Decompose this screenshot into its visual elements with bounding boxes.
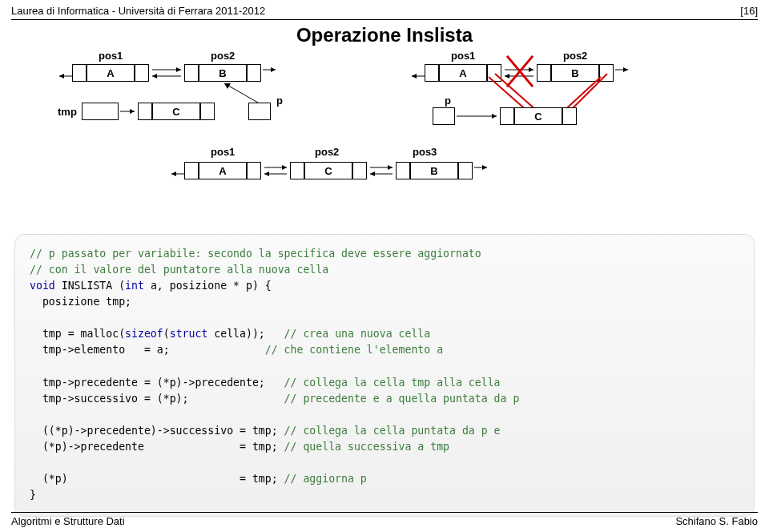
label-pos1: pos1: [99, 50, 123, 62]
svg-marker-31: [264, 171, 269, 176]
svg-marker-35: [370, 171, 375, 176]
code-text: INSLISTA (: [55, 280, 125, 292]
code-text: tmp->elemento = a;: [30, 344, 265, 356]
arrow-right: [261, 64, 279, 82]
arrow-left: [168, 162, 186, 179]
code-text: tmp = malloc(: [30, 328, 125, 340]
footer-rule: [11, 512, 758, 513]
label-pos2: pos2: [315, 146, 339, 158]
code-comment: // collega la cella tmp alla cella: [284, 377, 501, 389]
code-text: cella));: [207, 328, 284, 340]
node-c: C: [152, 103, 200, 120]
svg-marker-27: [171, 171, 176, 176]
node-wing: [200, 103, 215, 120]
node-wing: [396, 162, 410, 179]
node-a: A: [87, 64, 135, 82]
code-text: ((*p)->precedente)->successivo = tmp;: [30, 425, 284, 437]
node-c: C: [514, 107, 562, 125]
node-b: B: [199, 64, 247, 82]
code-comment: // crea una nuova cella: [284, 328, 431, 340]
svg-marker-1: [176, 67, 181, 72]
arrow-left: [56, 64, 74, 82]
code-comment: // quella successiva a tmp: [284, 441, 449, 453]
p-box: [433, 107, 455, 125]
svg-marker-3: [152, 74, 157, 79]
label-pos2: pos2: [563, 50, 587, 62]
node-wing: [247, 64, 261, 82]
svg-marker-33: [388, 165, 393, 170]
code-kw: struct: [170, 328, 208, 340]
svg-marker-17: [412, 74, 417, 79]
svg-marker-5: [59, 74, 64, 79]
arrow-double: [261, 162, 290, 179]
node-wing: [184, 64, 199, 82]
node-c: C: [304, 162, 352, 179]
code-comment: // precedente e a quella puntata da p: [284, 393, 520, 405]
code-comment: // che contiene l'elemento a: [265, 344, 443, 356]
arrow-right: [455, 107, 500, 125]
arrow-double: [367, 162, 396, 179]
arrow-left: [409, 64, 426, 82]
page-title: Operazione Inslista: [0, 24, 769, 46]
code-text: a, posizione * p) {: [144, 280, 272, 292]
label-tmp: tmp: [58, 106, 77, 118]
label-pos2: pos2: [211, 50, 235, 62]
node-wing: [247, 162, 261, 179]
code-line: // con il valore del puntatore alla nuov…: [30, 264, 328, 276]
code-text: (*p)->precedente = tmp;: [30, 441, 284, 453]
code-comment: // aggiorna p: [284, 473, 367, 485]
footer-right: Schifano S. Fabio: [675, 515, 758, 527]
header-right: [16]: [740, 5, 758, 17]
code-line: // p passato per variabile: secondo la s…: [30, 248, 481, 260]
code-kw: void: [30, 280, 55, 292]
code-kw: int: [125, 280, 144, 292]
label-pos3: pos3: [413, 146, 437, 158]
slide-header: Laurea di Informatica - Università di Fe…: [11, 5, 758, 17]
code-comment: // collega la cella puntata da p e: [284, 425, 501, 437]
svg-line-10: [224, 83, 258, 103]
node-wing: [425, 64, 439, 82]
node-wing: [290, 162, 304, 179]
svg-marker-37: [482, 165, 487, 170]
label-p: p: [276, 95, 283, 107]
code-line: }: [30, 489, 36, 501]
p-box: [248, 103, 271, 120]
node-wing: [352, 162, 367, 179]
label-pos1: pos1: [211, 146, 235, 158]
slide-footer: Algoritmi e Strutture Dati Schifano S. F…: [11, 515, 758, 527]
code-line: posizione tmp;: [30, 296, 131, 308]
svg-marker-29: [282, 165, 287, 170]
label-pos1: pos1: [451, 50, 475, 62]
svg-marker-9: [130, 109, 135, 114]
node-wing: [135, 64, 149, 82]
header-left: Laurea di Informatica - Università di Fe…: [11, 5, 265, 17]
svg-marker-7: [271, 67, 276, 72]
node-wing: [458, 162, 473, 179]
node-a: A: [199, 162, 247, 179]
svg-marker-19: [623, 67, 628, 72]
arrow-up: [221, 80, 260, 104]
node-wing: [138, 103, 152, 120]
linked-list-diagram: pos1 pos2 A B tmp C p pos1 pos2 A B: [64, 50, 705, 226]
node-wing: [72, 64, 87, 82]
code-text: (*p) = tmp;: [30, 473, 284, 485]
node-a: A: [439, 64, 487, 82]
code-kw: sizeof: [125, 328, 163, 340]
header-rule: [11, 19, 758, 20]
footer-left: Algoritmi e Strutture Dati: [11, 515, 125, 527]
arrow-right: [119, 103, 138, 120]
code-text: (: [163, 328, 170, 340]
arrow-double: [149, 64, 184, 82]
svg-marker-25: [492, 114, 497, 119]
node-wing: [184, 162, 199, 179]
code-text: tmp->precedente = (*p)->precedente;: [30, 377, 284, 389]
svg-line-21: [495, 74, 537, 111]
label-p: p: [445, 95, 451, 107]
tmp-box: [82, 103, 119, 120]
node-wing: [562, 107, 577, 125]
arrow-right: [473, 162, 490, 179]
code-block: // p passato per variabile: secondo la s…: [14, 234, 755, 517]
svg-line-23: [570, 74, 607, 111]
node-wing: [500, 107, 514, 125]
node-b: B: [410, 162, 458, 179]
